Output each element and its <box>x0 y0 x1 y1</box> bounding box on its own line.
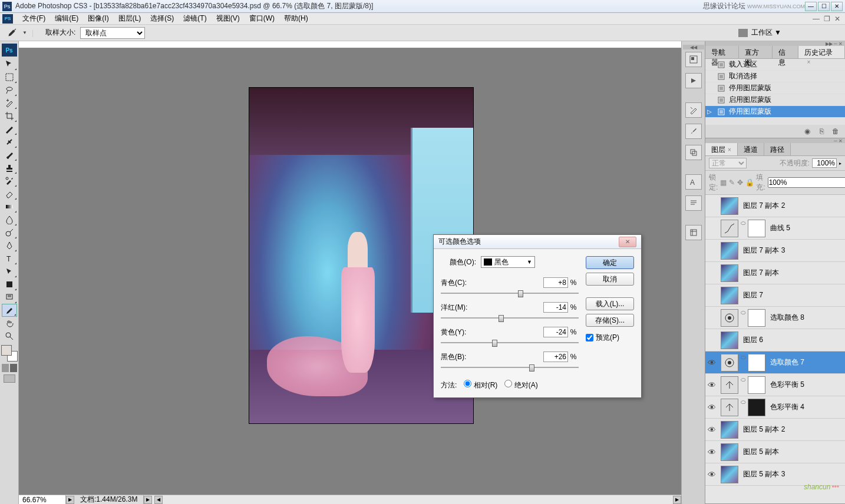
layer-thumb[interactable] <box>721 331 738 349</box>
path-select-tool[interactable] <box>2 265 17 278</box>
layer-thumb[interactable] <box>721 197 738 215</box>
history-brush-tool[interactable] <box>2 174 17 187</box>
pen-tool[interactable] <box>2 239 17 252</box>
sample-size-select[interactable]: 取样点 <box>80 27 145 39</box>
info-arrow[interactable]: ▶ <box>144 496 152 504</box>
mask-thumb[interactable] <box>748 354 765 372</box>
layer-row[interactable]: ⬭曲线 5 <box>705 217 845 240</box>
slider-thumb[interactable] <box>518 290 523 297</box>
ok-button[interactable]: 确定 <box>586 256 634 269</box>
color-select[interactable]: 黑色 ▼ <box>481 256 535 268</box>
layer-thumb[interactable] <box>721 466 738 483</box>
wand-tool[interactable] <box>2 97 17 110</box>
minimize-button[interactable]: — <box>805 2 817 11</box>
history-item[interactable]: ▷停用图层蒙版 <box>705 106 845 118</box>
heal-tool[interactable] <box>2 135 17 148</box>
slider-thumb[interactable] <box>499 315 504 322</box>
tab-histogram[interactable]: 直方图 <box>739 46 773 58</box>
workspace-selector[interactable]: 工作区 ▼ <box>738 28 781 38</box>
doc-minimize[interactable]: — <box>811 15 821 23</box>
layer-thumb[interactable] <box>721 421 738 439</box>
history-item[interactable]: 停用图层蒙版 <box>705 82 845 94</box>
tab-info[interactable]: 信息 <box>773 46 799 58</box>
menu-edit[interactable]: 编辑(E) <box>50 14 83 24</box>
dock-actions-icon[interactable] <box>685 73 702 88</box>
history-item[interactable]: 载入选区 <box>705 59 845 71</box>
visibility-toggle[interactable]: 👁 <box>705 470 718 479</box>
marquee-tool[interactable] <box>2 71 17 84</box>
slider-track[interactable] <box>441 314 579 323</box>
maximize-button[interactable]: ☐ <box>818 2 830 11</box>
type-tool[interactable]: T <box>2 252 17 265</box>
lock-pixels-icon[interactable]: ✎ <box>729 178 735 187</box>
blend-mode-select[interactable]: 正常 <box>709 158 747 168</box>
cancel-button[interactable]: 取消 <box>586 273 634 286</box>
menu-window[interactable]: 窗口(W) <box>245 14 279 24</box>
dodge-tool[interactable] <box>2 226 17 239</box>
layer-thumb[interactable] <box>721 443 738 461</box>
layer-name[interactable]: 图层 7 副本 <box>741 268 845 278</box>
menu-image[interactable]: 图像(I) <box>83 14 113 24</box>
layer-row[interactable]: 图层 7 <box>705 284 845 307</box>
mask-thumb[interactable] <box>748 376 765 394</box>
dock-clone-icon[interactable] <box>685 145 702 160</box>
zoom-arrow[interactable]: ▶ <box>66 496 74 504</box>
layer-row[interactable]: 图层 6 <box>705 329 845 352</box>
layer-name[interactable]: 图层 5 副本 <box>741 447 845 457</box>
layer-name[interactable]: 色彩平衡 4 <box>768 402 845 412</box>
history-item[interactable]: 取消选择 <box>705 71 845 82</box>
layer-row[interactable]: 图层 7 副本 3 <box>705 240 845 262</box>
slider-thumb[interactable] <box>492 340 497 347</box>
gradient-tool[interactable] <box>2 200 17 213</box>
layer-name[interactable]: 选取颜色 7 <box>768 357 845 367</box>
dialog-close-button[interactable]: ✕ <box>619 237 636 247</box>
panels-collapse[interactable]: ▶▶ ─ ✕ <box>705 41 845 46</box>
layer-row[interactable]: 👁⬭选取颜色 7 <box>705 352 845 374</box>
mask-thumb[interactable] <box>748 399 765 416</box>
history-item[interactable]: 启用图层蒙版 <box>705 94 845 106</box>
slider-thumb[interactable] <box>529 364 534 372</box>
scroll-left[interactable]: ◀ <box>154 496 163 504</box>
load-button[interactable]: 载入(L)... <box>586 297 634 310</box>
brush-tool[interactable] <box>2 148 17 161</box>
scroll-right[interactable]: ▶ <box>673 496 681 504</box>
zoom-tool[interactable] <box>2 330 17 343</box>
tab-history[interactable]: 历史记录× <box>798 46 845 58</box>
tab-navigator[interactable]: 导航器 <box>705 46 739 58</box>
lock-transparency-icon[interactable]: ▦ <box>720 178 727 187</box>
layer-row[interactable]: 图层 7 副本 2 <box>705 195 845 217</box>
layer-thumb[interactable] <box>721 354 738 372</box>
dock-paragraph-icon[interactable] <box>685 195 702 211</box>
tab-layers[interactable]: 图层× <box>705 143 738 155</box>
zoom-level[interactable]: 66.67% <box>19 495 66 504</box>
layer-thumb[interactable] <box>721 309 738 327</box>
dock-navigator-icon[interactable] <box>685 52 702 67</box>
layer-row[interactable]: 👁图层 5 副本 2 <box>705 419 845 441</box>
slider-value[interactable] <box>543 327 568 337</box>
tab-channels[interactable]: 通道 <box>738 143 764 155</box>
lock-position-icon[interactable]: ✥ <box>737 178 743 187</box>
layer-name[interactable]: 图层 7 副本 2 <box>741 201 845 211</box>
visibility-toggle[interactable]: 👁 <box>705 380 718 390</box>
menu-file[interactable]: 文件(F) <box>18 14 50 24</box>
dock-brushes-icon[interactable] <box>685 124 702 139</box>
save-button[interactable]: 存储(S)... <box>586 314 634 327</box>
layer-name[interactable]: 曲线 5 <box>768 223 845 233</box>
menu-select[interactable]: 选择(S) <box>146 14 179 24</box>
eyedropper-tool[interactable] <box>2 304 17 317</box>
layer-name[interactable]: 选取颜色 8 <box>768 313 845 323</box>
dock-character-icon[interactable]: A <box>685 174 702 190</box>
layer-row[interactable]: 图层 7 副本 <box>705 262 845 284</box>
layer-row[interactable]: ⬭选取颜色 8 <box>705 307 845 329</box>
fill-input[interactable] <box>768 177 845 188</box>
layer-thumb[interactable] <box>721 376 738 394</box>
foreground-color[interactable] <box>1 345 12 356</box>
slider-value[interactable] <box>543 302 568 313</box>
move-tool[interactable] <box>2 58 17 71</box>
history-new-icon[interactable]: ⎘ <box>817 127 826 135</box>
method-relative[interactable]: 相对(R) <box>464 380 497 390</box>
dock-layer-comps-icon[interactable] <box>685 225 702 240</box>
notes-tool[interactable] <box>2 291 17 304</box>
layer-name[interactable]: 图层 5 副本 3 <box>741 469 845 479</box>
crop-tool[interactable] <box>2 110 17 122</box>
